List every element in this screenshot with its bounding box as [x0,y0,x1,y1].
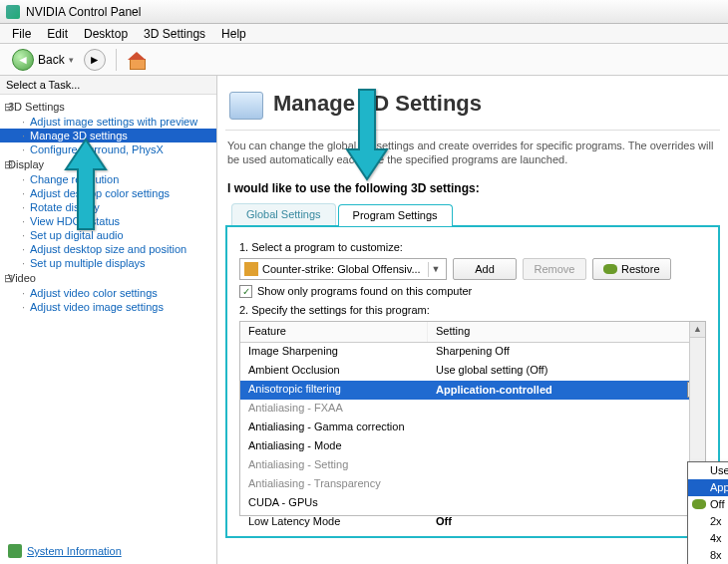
tree-group-display[interactable]: ⊟Display [0,156,216,172]
menu-file[interactable]: File [4,25,39,43]
dd-item[interactable]: 2x [688,513,728,530]
restore-button[interactable]: Restore [592,258,671,280]
menu-desktop[interactable]: Desktop [76,25,136,43]
page-icon [225,84,265,124]
tree-item-adjust-image[interactable]: Adjust image settings with preview [0,115,216,129]
nvidia-icon [692,499,706,509]
dd-item[interactable]: 8x [688,547,728,564]
tree-group-video[interactable]: ⊟Video [0,270,216,286]
scroll-up-icon[interactable]: ▲ [690,322,705,338]
grid-row-selected[interactable]: Anisotropic filteringApplication-control… [240,381,705,400]
tree-item-desktop-color[interactable]: Adjust desktop color settings [0,186,216,200]
step1-label: 1. Select a program to customize: [239,241,706,253]
toolbar-divider [116,49,117,71]
tab-program[interactable]: Program Settings [338,204,453,226]
program-name: Counter-strike: Global Offensiv... [262,263,421,275]
showonly-checkbox[interactable]: ✓ [239,285,252,298]
page-description: You can change the global 3D settings an… [225,131,720,177]
showonly-label: Show only programs found on this compute… [257,285,472,297]
back-button[interactable]: ◄ Back ▾ [6,48,80,72]
remove-button: Remove [523,258,586,280]
tab-strip: Global Settings Program Settings [225,203,720,225]
tree-item-desktop-size[interactable]: Adjust desktop size and position [0,242,216,256]
grid-row[interactable]: Antialiasing - Transparency [240,475,705,494]
tree-item-video-image[interactable]: Adjust video image settings [0,300,216,314]
home-button[interactable] [127,50,147,70]
forward-button[interactable]: ► [84,49,106,71]
title-bar: NVIDIA Control Panel [0,0,728,24]
tree-item-multi-display[interactable]: Set up multiple displays [0,256,216,270]
grid-row[interactable]: Low Latency ModeOff [240,513,705,532]
app-icon [6,5,20,19]
menu-3d-settings[interactable]: 3D Settings [136,25,213,43]
tree-group-3d[interactable]: ⊟3D Settings [0,99,216,115]
grid-row[interactable]: Ambient OcclusionUse global setting (Off… [240,362,705,381]
grid-row[interactable]: CUDA - GPUs [240,494,705,513]
add-button[interactable]: Add [453,258,517,280]
col-setting: Setting [428,322,705,342]
sysinfo-label: System Information [27,545,122,557]
settings-grid: Feature Setting Image SharpeningSharpeni… [239,321,706,516]
dd-item[interactable]: 4x [688,530,728,547]
back-label: Back [38,53,65,67]
col-feature: Feature [240,322,428,342]
grid-row[interactable]: Antialiasing - Mode [240,437,705,456]
window-title: NVIDIA Control Panel [26,5,141,19]
program-icon [244,262,258,276]
step2-label: 2. Specify the settings for this program… [239,304,706,316]
toolbar: ◄ Back ▾ ► [0,44,728,76]
grid-row[interactable]: Image SharpeningSharpening Off [240,343,705,362]
tree-item-video-color[interactable]: Adjust video color settings [0,286,216,300]
tab-global[interactable]: Global Settings [231,203,336,225]
back-arrow-icon: ◄ [12,49,34,71]
system-info-link[interactable]: System Information [0,538,216,564]
grid-row[interactable]: Antialiasing - Gamma correction [240,419,705,437]
task-tree: ⊟3D Settings Adjust image settings with … [0,95,216,538]
main-pane: Manage 3D Settings You can change the gl… [217,76,728,564]
tree-item-hdcp[interactable]: View HDCP status [0,214,216,228]
menu-edit[interactable]: Edit [39,25,76,43]
dd-item[interactable]: Use global setting (Off) [688,462,728,479]
program-combo[interactable]: Counter-strike: Global Offensiv... ▼ [239,258,447,280]
grid-row[interactable]: Antialiasing - FXAA [240,400,705,419]
restore-label: Restore [621,263,660,275]
nvidia-icon [603,264,617,274]
back-dropdown-icon: ▾ [69,55,74,65]
tree-item-surround[interactable]: Configure Surround, PhysX [0,142,216,156]
value-dropdown: Use global setting (Off) Application-con… [687,461,728,564]
dd-item[interactable]: Application-controlled [688,479,728,496]
chevron-down-icon: ▼ [428,262,443,277]
tree-item-resolution[interactable]: Change resolution [0,172,216,186]
settings-panel: 1. Select a program to customize: Counte… [225,225,720,538]
dd-item[interactable]: Off [688,496,728,513]
tree-item-manage-3d[interactable]: Manage 3D settings [0,129,216,142]
task-header: Select a Task... [0,76,216,95]
tree-item-rotate[interactable]: Rotate display [0,200,216,214]
sysinfo-icon [8,544,22,558]
menu-bar: File Edit Desktop 3D Settings Help [0,24,728,44]
grid-row[interactable]: Antialiasing - Setting [240,456,705,475]
page-label: I would like to use the following 3D set… [225,177,720,203]
tree-item-audio[interactable]: Set up digital audio [0,228,216,242]
sidebar: Select a Task... ⊟3D Settings Adjust ima… [0,76,217,564]
menu-help[interactable]: Help [213,25,254,43]
grid-header: Feature Setting [240,322,705,343]
page-title: Manage 3D Settings [273,91,482,117]
